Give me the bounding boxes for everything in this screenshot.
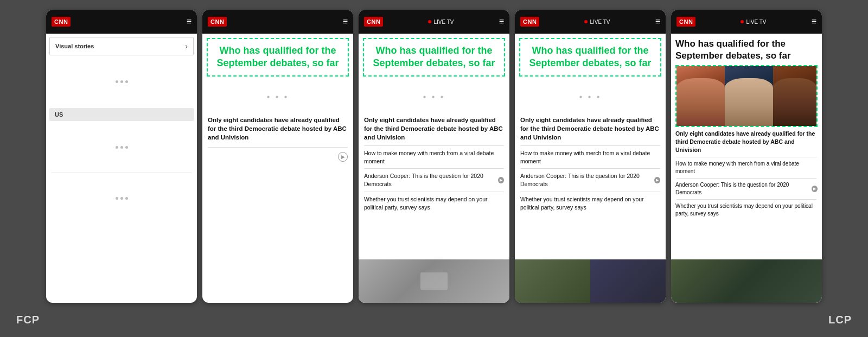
dot-9 (125, 197, 128, 200)
bottom-image-row-4 (515, 259, 666, 303)
image-rect-3 (420, 272, 448, 290)
cnn-logo-2: CNN (208, 17, 227, 27)
hero-image-5 (676, 66, 816, 126)
hamburger-icon-4[interactable]: ≡ (655, 17, 660, 27)
phone-2: CNN ≡ Who has qualified for the Septembe… (202, 10, 353, 303)
headline-section-5: Who has qualified for the September deba… (671, 34, 822, 64)
article-link-5-2[interactable]: Anderson Cooper: This is the question fo… (671, 180, 822, 198)
cnn-logo-5: CNN (676, 17, 695, 27)
headline-2: Who has qualified for the September deba… (216, 45, 339, 68)
play-button-2[interactable]: ▶ (338, 152, 348, 162)
article-link-4-2[interactable]: Anderson Cooper: This is the question fo… (515, 170, 666, 189)
header-4: CNN LIVE TV ≡ (515, 10, 666, 34)
phone5-body: Who has qualified for the September deba… (671, 34, 822, 303)
ad-placeholder-3: • • • (359, 81, 509, 113)
loading-dots-1 (46, 59, 197, 105)
phone-lcp: CNN LIVE TV ≡ Who has qualified for the … (671, 10, 822, 303)
hero-face-2 (725, 66, 773, 126)
ad-placeholder-2: • • • (202, 81, 353, 113)
phone3-body: Who has qualified for the September deba… (359, 34, 509, 303)
headline-5: Who has qualified for the September deba… (675, 38, 818, 62)
hamburger-icon-5[interactable]: ≡ (812, 17, 816, 27)
us-section-label: US (49, 108, 194, 121)
header-5: CNN LIVE TV ≡ (671, 10, 822, 34)
face-silhouette-3 (773, 78, 816, 126)
article-link-3-3[interactable]: Whether you trust scientists may depend … (359, 194, 509, 213)
hamburger-icon-3[interactable]: ≡ (499, 17, 504, 27)
hero-face-1 (676, 66, 725, 126)
phone4-body: Who has qualified for the September deba… (515, 34, 666, 303)
dot-2 (120, 80, 123, 83)
live-tv-3: LIVE TV (428, 19, 454, 25)
live-tv-5: LIVE TV (741, 19, 766, 25)
play-icon-3[interactable]: ▶ (498, 177, 504, 183)
dot-1 (116, 80, 118, 83)
bottom-image-placeholder-5 (671, 259, 822, 303)
phone-fcp: CNN ≡ Visual stories › US (46, 10, 197, 303)
dot-3 (125, 80, 128, 83)
bottom-img-seg2 (590, 259, 666, 303)
main-article-3[interactable]: Only eight candidates have already quali… (359, 113, 509, 144)
article-link-3-1[interactable]: How to make money with merch from a vira… (359, 148, 509, 167)
bottom-image-placeholder-4 (515, 259, 666, 303)
live-dot-3 (428, 20, 431, 23)
bottom-image-4 (515, 259, 666, 303)
live-tv-4: LIVE TV (584, 19, 610, 25)
hero-face-3 (773, 66, 816, 126)
dot-7 (116, 197, 118, 200)
article-link-3-2[interactable]: Anderson Cooper: This is the question fo… (359, 170, 509, 189)
hamburger-icon-1[interactable]: ≡ (187, 17, 192, 27)
phone1-body: Visual stories › US (46, 37, 197, 221)
headline-box-2: Who has qualified for the September deba… (207, 38, 349, 77)
phone-3: CNN LIVE TV ≡ Who has qualified for the … (359, 10, 509, 303)
header-3: CNN LIVE TV ≡ (359, 10, 509, 34)
hero-image-highlight-5 (675, 65, 818, 127)
loading-icon-3: • • • (423, 92, 445, 102)
article-text-4-2: Anderson Cooper: This is the question fo… (520, 172, 653, 188)
main-article-5[interactable]: Only eight candidates have already quali… (671, 128, 822, 155)
headline-box-3: Who has qualified for the September deba… (363, 38, 505, 77)
phone-4: CNN LIVE TV ≡ Who has qualified for the … (515, 10, 666, 303)
phones-container: CNN ≡ Visual stories › US (0, 0, 868, 303)
visual-stories-label: Visual stories (55, 43, 94, 49)
cnn-logo-1: CNN (52, 17, 71, 27)
visual-stories-bar[interactable]: Visual stories › (49, 37, 194, 55)
loading-icon-2: • • • (267, 92, 289, 102)
loading-dots-3 (46, 175, 197, 221)
dot-8 (120, 197, 123, 200)
fcp-label: FCP (16, 314, 40, 326)
face-silhouette-1 (676, 78, 725, 126)
hamburger-icon-2[interactable]: ≡ (343, 17, 348, 27)
article-text-3-2: Anderson Cooper: This is the question fo… (364, 172, 496, 188)
main-article-2[interactable]: Only eight candidates have already quali… (202, 113, 353, 144)
cnn-logo-4: CNN (520, 17, 539, 27)
bottom-image-placeholder-3 (359, 259, 509, 303)
loading-dots-2 (46, 124, 197, 170)
live-dot-5 (741, 20, 744, 23)
main-article-4[interactable]: Only eight candidates have already quali… (515, 113, 666, 144)
article-link-4-3[interactable]: Whether you trust scientists may depend … (515, 194, 666, 213)
phone2-body: Who has qualified for the September deba… (202, 34, 353, 303)
dot-4 (116, 146, 118, 149)
face-silhouette-2 (725, 78, 773, 126)
chevron-right-icon: › (185, 42, 188, 50)
article-link-5-1[interactable]: How to make money with merch from a vira… (671, 159, 822, 176)
article-text-5-2: Anderson Cooper: This is the question fo… (675, 181, 810, 196)
bottom-image-5 (671, 259, 822, 303)
live-tv-label-3: LIVE TV (433, 19, 454, 25)
header-2: CNN ≡ (202, 10, 353, 34)
play-icon-5[interactable]: ▶ (812, 186, 818, 192)
headline-box-4: Who has qualified for the September deba… (519, 38, 661, 77)
loading-icon-4: • • • (579, 92, 602, 102)
cnn-logo-3: CNN (364, 17, 383, 27)
headline-3: Who has qualified for the September deba… (373, 45, 495, 68)
lcp-label: LCP (828, 314, 852, 326)
live-tv-label-4: LIVE TV (590, 19, 610, 25)
live-dot-4 (584, 20, 588, 23)
header-1: CNN ≡ (46, 10, 197, 34)
article-link-5-3[interactable]: Whether you trust scientists may depend … (671, 201, 822, 219)
bottom-img-seg1 (515, 259, 590, 303)
article-link-4-1[interactable]: How to make money with merch from a vira… (515, 148, 666, 167)
bottom-image-3 (359, 259, 509, 303)
play-icon-4[interactable]: ▶ (654, 177, 660, 183)
